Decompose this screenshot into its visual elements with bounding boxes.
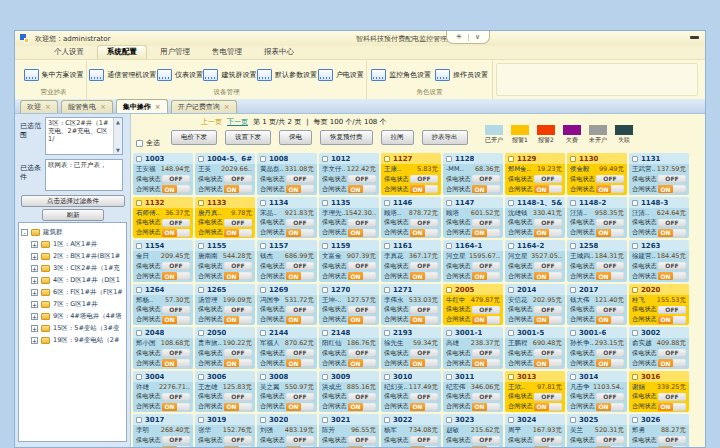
room-card[interactable]: 1148-1、5&2沈雄钱330.41元保电状态OFF合闸状态ON <box>505 197 565 239</box>
keep-power-toggle[interactable]: OFF <box>286 306 314 314</box>
room-checkbox[interactable] <box>322 200 328 206</box>
ribbon-button-集中方案设置[interactable]: 集中方案设置 <box>24 69 84 81</box>
room-checkbox[interactable] <box>322 156 328 162</box>
room-card[interactable]: 3002俞实越409.88元保电状态OFF合闸状态ON <box>629 327 689 369</box>
room-checkbox[interactable] <box>322 417 328 423</box>
room-card[interactable]: 3022杨军734.08元保电状态OFF合闸状态ON <box>381 414 441 447</box>
room-checkbox[interactable] <box>260 156 266 162</box>
keep-power-toggle[interactable]: OFF <box>410 219 438 227</box>
keep-power-toggle[interactable]: OFF <box>286 436 314 444</box>
switch-state-toggle[interactable]: ON <box>658 403 686 411</box>
tree-item[interactable]: +2区：B区1#井(B区1# <box>31 250 124 262</box>
switch-state-toggle[interactable]: ON <box>286 185 314 193</box>
ribbon-tab-用户管理[interactable]: 用户管理 <box>151 46 199 59</box>
room-checkbox[interactable] <box>446 243 452 249</box>
tree-item[interactable]: +3区：C区2#井（1#充 <box>31 262 124 274</box>
ribbon-button-操作员设置[interactable]: 操作员设置 <box>435 69 488 81</box>
room-checkbox[interactable] <box>198 374 204 380</box>
prev-page-link[interactable]: 上一页 <box>201 117 222 127</box>
switch-state-toggle[interactable]: ON <box>658 185 686 193</box>
keep-power-toggle[interactable]: OFF <box>224 219 252 227</box>
keep-power-toggle[interactable]: OFF <box>224 262 252 270</box>
toolbar-button-保电[interactable]: 保电 <box>279 130 312 145</box>
tree-item[interactable]: +6区：F区1#井（F区1# <box>31 286 124 298</box>
ribbon-button-监控角色设置[interactable]: 监控角色设置 <box>371 69 431 81</box>
keep-power-toggle[interactable]: OFF <box>534 393 562 401</box>
switch-state-toggle[interactable]: ON <box>348 446 376 447</box>
selected-range-box[interactable]: 3区：C区2#井（1#充电、2#充电、C区1/ ▲ ▼ <box>45 117 123 155</box>
room-card[interactable]: 1264郑杨..57.30元保电状态OFF合闸状态ON <box>133 284 193 326</box>
switch-state-toggle[interactable]: ON <box>596 272 624 280</box>
switch-state-toggle[interactable]: ON <box>658 229 686 237</box>
keep-power-toggle[interactable]: OFF <box>596 349 624 357</box>
keep-power-toggle[interactable]: OFF <box>410 349 438 357</box>
room-checkbox[interactable] <box>322 374 328 380</box>
switch-state-toggle[interactable]: ON <box>596 185 624 193</box>
skin-icon[interactable]: ✳ <box>456 33 462 41</box>
switch-state-toggle[interactable]: ON <box>224 185 252 193</box>
switch-state-toggle[interactable]: ON <box>472 272 500 280</box>
room-card[interactable]: 3013王欣..97.81元保电状态OFF合闸状态ON <box>505 371 565 413</box>
switch-state-toggle[interactable]: ON <box>596 316 624 324</box>
doc-tab-开户记费查询[interactable]: 开户记费查询× <box>171 100 237 113</box>
keep-power-toggle[interactable]: OFF <box>286 219 314 227</box>
keep-power-toggle[interactable]: OFF <box>348 175 376 183</box>
switch-state-toggle[interactable]: ON <box>472 446 500 447</box>
room-card[interactable]: 1131王武营..137.59元保电状态OFF合闸状态ON <box>629 153 689 195</box>
room-checkbox[interactable] <box>260 330 266 336</box>
room-card[interactable]: 3009洪成忠885.16元保电状态OFF合闸状态ON <box>319 371 379 413</box>
switch-state-toggle[interactable]: ON <box>224 229 252 237</box>
room-checkbox[interactable] <box>384 156 390 162</box>
ribbon-tab-个人设置[interactable]: 个人设置 <box>45 46 93 59</box>
keep-power-toggle[interactable]: OFF <box>410 306 438 314</box>
expand-node-icon[interactable]: + <box>31 325 38 332</box>
room-checkbox[interactable] <box>322 243 328 249</box>
keep-power-toggle[interactable]: OFF <box>596 175 624 183</box>
room-card[interactable]: 1130侯金毅99.49元保电状态OFF合闸状态ON <box>567 153 627 195</box>
room-checkbox[interactable] <box>508 374 514 380</box>
switch-state-toggle[interactable]: ON <box>224 403 252 411</box>
switch-state-toggle[interactable]: ON <box>472 316 500 324</box>
switch-state-toggle[interactable]: ON <box>162 446 190 447</box>
room-card[interactable]: 3001-6孙长争..293.15元保电状态OFF合闸状态ON <box>567 327 627 369</box>
room-card[interactable]: 3006王左雄125.83元保电状态OFF合闸状态ON <box>195 371 255 413</box>
switch-state-toggle[interactable]: ON <box>410 229 438 237</box>
room-checkbox[interactable] <box>260 243 266 249</box>
keep-power-toggle[interactable]: OFF <box>224 349 252 357</box>
room-checkbox[interactable] <box>136 200 142 206</box>
switch-state-toggle[interactable]: ON <box>286 403 314 411</box>
room-card[interactable]: 1134宋品..921.83元保电状态OFF合闸状态ON <box>257 197 317 239</box>
switch-state-toggle[interactable]: ON <box>472 403 500 411</box>
keep-power-toggle[interactable]: OFF <box>472 306 500 314</box>
expand-node-icon[interactable]: + <box>31 337 38 344</box>
ribbon-tab-报表中心[interactable]: 报表中心 <box>255 46 303 59</box>
keep-power-toggle[interactable]: OFF <box>596 306 624 314</box>
tree-root[interactable]: -建筑群 <box>21 226 124 238</box>
switch-state-toggle[interactable]: ON <box>162 272 190 280</box>
room-card[interactable]: 2050贵市旅..190.22元保电状态OFF合闸状态ON <box>195 327 255 369</box>
ribbon-collapse-pill[interactable]: ✳ ∨ <box>446 31 490 44</box>
switch-state-toggle[interactable]: ON <box>410 185 438 193</box>
keep-power-toggle[interactable]: OFF <box>472 436 500 444</box>
keep-power-toggle[interactable]: OFF <box>658 175 686 183</box>
room-checkbox[interactable] <box>136 243 142 249</box>
keep-power-toggle[interactable]: OFF <box>410 436 438 444</box>
room-checkbox[interactable] <box>632 330 638 336</box>
keep-power-toggle[interactable]: OFF <box>472 349 500 357</box>
switch-state-toggle[interactable]: ON <box>534 316 562 324</box>
switch-state-toggle[interactable]: ON <box>348 359 376 367</box>
switch-state-toggle[interactable]: ON <box>658 359 686 367</box>
switch-state-toggle[interactable]: ON <box>472 185 500 193</box>
room-card[interactable]: 2017钱大伟121.40元保电状态OFF合闸状态ON <box>567 284 627 326</box>
close-icon[interactable]: × <box>45 104 51 110</box>
room-checkbox[interactable] <box>632 200 638 206</box>
room-checkbox[interactable] <box>570 200 576 206</box>
room-checkbox[interactable] <box>384 243 390 249</box>
room-card[interactable]: 1258王城四..184.31元保电状态OFF合闸状态ON <box>567 240 627 282</box>
keep-power-toggle[interactable]: OFF <box>534 219 562 227</box>
keep-power-toggle[interactable]: OFF <box>162 393 190 401</box>
switch-state-toggle[interactable]: ON <box>162 403 190 411</box>
switch-state-toggle[interactable]: ON <box>286 359 314 367</box>
range-scrollbar[interactable]: ▲ ▼ <box>113 118 122 154</box>
switch-state-toggle[interactable]: ON <box>534 185 562 193</box>
